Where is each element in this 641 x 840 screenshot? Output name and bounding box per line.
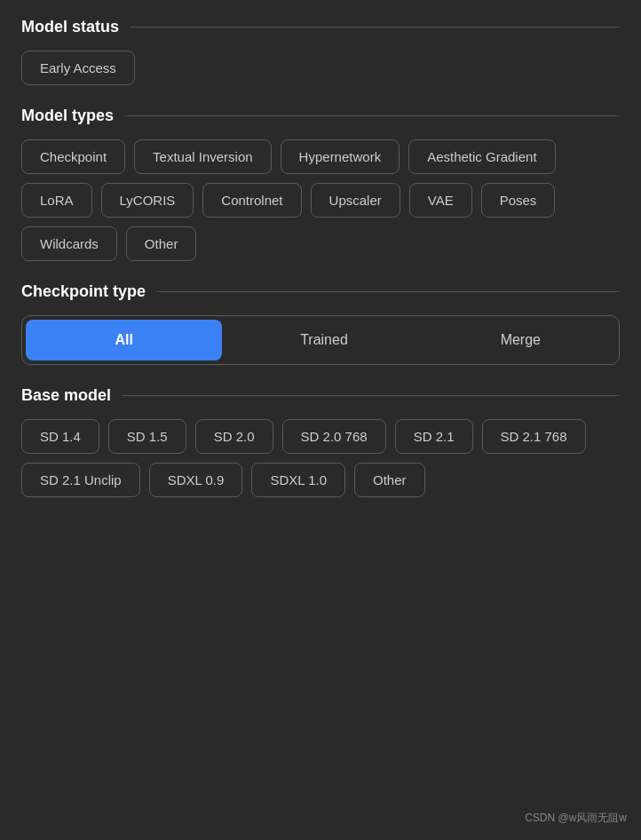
sdxl10-button[interactable]: SDXL 1.0 xyxy=(251,463,345,497)
other-base-model-button[interactable]: Other xyxy=(354,463,425,497)
upscaler-button[interactable]: Upscaler xyxy=(311,183,400,218)
other-model-type-button[interactable]: Other xyxy=(126,226,197,261)
base-model-section: Base model SD 1.4 SD 1.5 SD 2.0 SD 2.0 7… xyxy=(21,386,620,497)
base-model-title: Base model xyxy=(21,386,111,405)
model-types-divider xyxy=(124,115,620,116)
model-types-tags: Checkpoint Textual Inversion Hypernetwor… xyxy=(21,139,620,261)
merge-checkpoint-button[interactable]: Merge xyxy=(423,316,619,364)
poses-button[interactable]: Poses xyxy=(481,183,556,218)
model-types-title: Model types xyxy=(21,107,114,125)
controlnet-button[interactable]: Controlnet xyxy=(202,183,301,218)
sd21-unclip-button[interactable]: SD 2.1 Unclip xyxy=(21,463,140,497)
model-status-header: Model status xyxy=(21,18,620,36)
sd20-button[interactable]: SD 2.0 xyxy=(195,419,273,454)
base-model-divider xyxy=(122,395,620,396)
checkpoint-type-header: Checkpoint type xyxy=(21,282,620,301)
sd14-button[interactable]: SD 1.4 xyxy=(21,419,99,454)
early-access-button[interactable]: Early Access xyxy=(21,51,135,85)
model-types-header: Model types xyxy=(21,107,620,125)
model-status-title: Model status xyxy=(21,18,119,36)
sd21-768-button[interactable]: SD 2.1 768 xyxy=(482,419,586,454)
sd21-button[interactable]: SD 2.1 xyxy=(395,419,473,454)
base-model-header: Base model xyxy=(21,386,620,405)
sd20-768-button[interactable]: SD 2.0 768 xyxy=(282,419,386,454)
trained-checkpoint-button[interactable]: Trained xyxy=(226,316,422,364)
checkpoint-type-title: Checkpoint type xyxy=(21,282,146,301)
wildcards-button[interactable]: Wildcards xyxy=(21,226,117,261)
hypernetwork-button[interactable]: Hypernetwork xyxy=(281,139,400,174)
lora-button[interactable]: LoRA xyxy=(21,183,92,218)
sd15-button[interactable]: SD 1.5 xyxy=(108,419,186,454)
textual-inversion-button[interactable]: Textual Inversion xyxy=(134,139,272,174)
all-checkpoint-button[interactable]: All xyxy=(26,320,222,361)
sdxl09-button[interactable]: SDXL 0.9 xyxy=(149,463,243,497)
model-status-tags: Early Access xyxy=(21,51,620,85)
model-types-section: Model types Checkpoint Textual Inversion… xyxy=(21,107,620,261)
vae-button[interactable]: VAE xyxy=(409,183,472,218)
checkpoint-button[interactable]: Checkpoint xyxy=(21,139,125,174)
model-status-section: Model status Early Access xyxy=(21,18,620,85)
watermark: CSDN @w风雨无阻w xyxy=(525,811,627,826)
aesthetic-gradient-button[interactable]: Aesthetic Gradient xyxy=(408,139,555,174)
checkpoint-type-section: Checkpoint type All Trained Merge xyxy=(21,282,620,365)
checkpoint-type-divider xyxy=(156,291,620,292)
checkpoint-type-group: All Trained Merge xyxy=(21,315,620,365)
model-status-divider xyxy=(130,27,620,28)
base-model-tags: SD 1.4 SD 1.5 SD 2.0 SD 2.0 768 SD 2.1 S… xyxy=(21,419,620,497)
lycoris-button[interactable]: LyCORIS xyxy=(101,183,194,218)
